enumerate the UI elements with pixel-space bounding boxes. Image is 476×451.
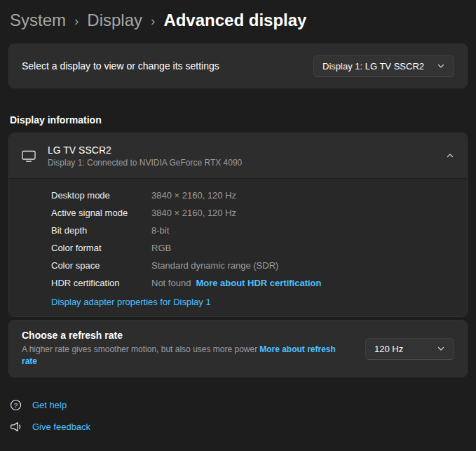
give-feedback-row: Give feedback: [10, 421, 466, 433]
monitor-icon: [22, 150, 36, 162]
display-information-expander: LG TV SSCR2 Display 1: Connected to NVID…: [8, 133, 468, 317]
display-details: Desktop mode 3840 × 2160, 120 Hz Active …: [9, 178, 467, 316]
hdr-certification-link[interactable]: More about HDR certification: [196, 278, 321, 288]
expander-header[interactable]: LG TV SSCR2 Display 1: Connected to NVID…: [9, 133, 467, 178]
advanced-display-page: System › Display › Advanced display Sele…: [0, 0, 476, 433]
detail-label: Desktop mode: [51, 190, 151, 201]
display-selector-label: Select a display to view or change its s…: [22, 60, 219, 72]
refresh-rate-title: Choose a refresh rate: [22, 330, 348, 341]
display-selector-value: Display 1: LG TV SSCR2: [322, 61, 424, 72]
refresh-rate-dropdown[interactable]: 120 Hz: [365, 338, 454, 360]
refresh-rate-description: A higher rate gives smoother motion, but…: [22, 344, 348, 368]
refresh-rate-value: 120 Hz: [374, 344, 403, 354]
detail-row-active-signal-mode: Active signal mode 3840 × 2160, 120 Hz: [9, 204, 467, 222]
detail-value: 3840 × 2160, 120 Hz: [151, 190, 236, 201]
detail-value: 8-bit: [151, 225, 169, 236]
display-information-heading: Display information: [10, 114, 466, 126]
detail-row-bit-depth: Bit depth 8-bit: [9, 222, 467, 239]
breadcrumb-item-system[interactable]: System: [10, 11, 66, 30]
get-help-row: ? Get help: [10, 399, 466, 411]
megaphone-icon: [10, 421, 22, 433]
breadcrumb-separator-icon: ›: [151, 12, 155, 29]
detail-row-desktop-mode: Desktop mode 3840 × 2160, 120 Hz: [9, 187, 467, 204]
get-help-link[interactable]: Get help: [32, 400, 67, 410]
chevron-up-icon[interactable]: [446, 152, 454, 160]
breadcrumb-separator-icon: ›: [74, 12, 79, 29]
detail-value: Standard dynamic range (SDR): [151, 260, 278, 271]
detail-label: Color format: [51, 243, 151, 253]
display-selector-dropdown[interactable]: Display 1: LG TV SSCR2: [313, 55, 454, 77]
display-selector-card: Select a display to view or change its s…: [8, 43, 468, 88]
refresh-rate-card: Choose a refresh rate A higher rate give…: [8, 320, 468, 377]
display-adapter-properties-link[interactable]: Display adapter properties for Display 1: [51, 297, 211, 307]
give-feedback-link[interactable]: Give feedback: [32, 422, 90, 432]
detail-row-color-format: Color format RGB: [9, 239, 467, 257]
page-title: Advanced display: [163, 11, 306, 30]
detail-value: 3840 × 2160, 120 Hz: [151, 208, 236, 218]
device-subtitle: Display 1: Connected to NVIDIA GeForce R…: [48, 158, 434, 168]
detail-row-hdr-certification: HDR certification Not found More about H…: [9, 274, 467, 292]
breadcrumb: System › Display › Advanced display: [8, 0, 468, 43]
refresh-rate-description-text: A higher rate gives smoother motion, but…: [22, 344, 257, 354]
breadcrumb-item-display[interactable]: Display: [87, 11, 142, 30]
chevron-down-icon: [437, 344, 445, 353]
detail-row-color-space: Color space Standard dynamic range (SDR): [9, 257, 467, 274]
device-info: LG TV SSCR2 Display 1: Connected to NVID…: [48, 144, 434, 168]
detail-label: HDR certification: [51, 278, 151, 288]
detail-label: Bit depth: [51, 225, 151, 236]
question-circle-icon: ?: [10, 399, 22, 411]
footer-links: ? Get help Give feedback: [10, 399, 466, 433]
chevron-down-icon: [437, 62, 445, 70]
detail-label: Active signal mode: [51, 208, 151, 218]
detail-value: Not found: [151, 278, 191, 288]
detail-label: Color space: [51, 260, 151, 271]
device-name: LG TV SSCR2: [48, 144, 434, 156]
svg-text:?: ?: [14, 402, 18, 409]
detail-value: RGB: [151, 243, 171, 253]
refresh-rate-text: Choose a refresh rate A higher rate give…: [22, 330, 348, 368]
